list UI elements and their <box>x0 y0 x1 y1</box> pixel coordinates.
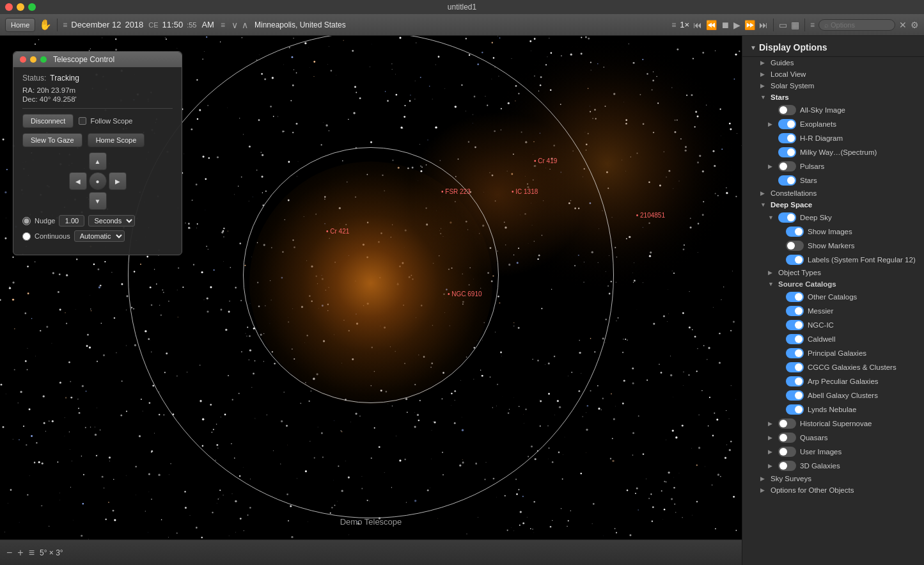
dir-up-button[interactable]: ▲ <box>89 152 107 170</box>
menu2-icon[interactable]: ≡ <box>671 20 676 29</box>
toggle-arp-peculiar[interactable]: Arp Peculiar Galaxies <box>742 374 924 388</box>
options-icon[interactable]: ⚙ <box>911 20 919 30</box>
layers-icon[interactable]: ≡ <box>29 547 35 559</box>
slew-to-gaze-button[interactable]: Slew To Gaze <box>22 133 82 147</box>
home-button[interactable]: Home <box>5 18 35 32</box>
lynds-toggle[interactable] <box>786 404 804 415</box>
prev-icon[interactable]: ⏪ <box>706 20 717 30</box>
close-search-icon[interactable]: ✕ <box>899 20 907 30</box>
toggle-historical-supernovae[interactable]: ▶ Historical Supernovae <box>742 417 924 431</box>
expand-const-icon: ▶ <box>760 190 767 196</box>
hist-supernovae-toggle[interactable] <box>778 418 796 429</box>
layout2-icon[interactable]: ▦ <box>791 20 799 30</box>
toggle-messier[interactable]: Messier <box>742 304 924 318</box>
sidebar-item-guides[interactable]: ▶ Guides <box>742 57 924 68</box>
toggle-all-sky-image[interactable]: All-Sky Image <box>742 103 924 117</box>
toggle-3d-galaxies[interactable]: ▶ 3D Galaxies <box>742 459 924 473</box>
sidebar-item-local-view[interactable]: ▶ Local View <box>742 68 924 80</box>
messier-toggle[interactable] <box>786 306 804 316</box>
all-sky-toggle[interactable] <box>778 105 796 115</box>
cgcg-toggle[interactable] <box>786 362 804 372</box>
panel-maximize[interactable] <box>40 56 47 63</box>
toggle-abell[interactable]: Abell Galaxy Clusters <box>742 388 924 402</box>
collapse-icon[interactable]: ▼ <box>750 44 756 51</box>
nudge-radio[interactable] <box>22 217 31 225</box>
hand-tool-icon[interactable]: ✋ <box>39 19 52 31</box>
sidebar-section-deep-space[interactable]: ▼ Deep Space <box>742 199 924 211</box>
user-images-toggle[interactable] <box>778 447 796 457</box>
3d-galaxies-toggle[interactable] <box>778 461 796 471</box>
other-catalogs-toggle[interactable] <box>786 292 804 302</box>
hr-diagram-toggle[interactable] <box>778 133 796 143</box>
layout1-icon[interactable]: ▭ <box>779 20 787 30</box>
sidebar-item-solar-system[interactable]: ▶ Solar System <box>742 80 924 92</box>
nudge-value-input[interactable] <box>59 215 84 227</box>
quasars-toggle[interactable] <box>778 433 796 443</box>
zoom-out-icon[interactable]: − <box>6 547 12 559</box>
toggle-pulsars[interactable]: ▶ Pulsars <box>742 159 924 173</box>
stars-toggle[interactable] <box>778 175 796 186</box>
toggle-principal-galaxies[interactable]: Principal Galaxies <box>742 346 924 360</box>
dir-center-button[interactable]: ● <box>89 172 107 190</box>
toggle-other-catalogs[interactable]: Other Catalogs <box>742 290 924 304</box>
play-icon[interactable]: ▶ <box>733 20 740 30</box>
time-icon[interactable]: ≡ <box>221 20 225 29</box>
dir-right-button[interactable]: ▶ <box>109 172 127 190</box>
menu-icon[interactable]: ≡ <box>63 20 67 29</box>
continuous-mode-select[interactable]: Automatic <box>74 230 125 242</box>
toggle-ngc-ic[interactable]: NGC-IC <box>742 318 924 332</box>
toggle-deep-sky[interactable]: ▼ Deep Sky <box>742 211 924 225</box>
sidebar-item-constellations[interactable]: ▶ Constellations <box>742 187 924 199</box>
home-scope-button[interactable]: Home Scope <box>88 133 145 147</box>
dir-left-button[interactable]: ◀ <box>69 172 87 190</box>
toggle-lynds[interactable]: Lynds Nebulae <box>742 402 924 417</box>
continuous-radio[interactable] <box>22 232 31 241</box>
zoom-in-icon[interactable]: + <box>17 547 23 559</box>
caldwell-toggle[interactable] <box>786 334 804 344</box>
panel-close[interactable] <box>20 56 26 63</box>
close-button[interactable] <box>5 3 13 11</box>
disconnect-button[interactable]: Disconnect <box>22 114 74 128</box>
exoplanets-toggle[interactable] <box>778 119 796 129</box>
toggle-milky-way[interactable]: Milky Way…(Spectrum) <box>742 145 924 159</box>
sidebar-item-object-types[interactable]: ▶ Object Types <box>742 267 924 278</box>
skip-back-icon[interactable]: ⏮ <box>693 20 702 30</box>
menu3-icon[interactable]: ≡ <box>810 20 815 29</box>
follow-checkbox[interactable] <box>79 117 86 125</box>
toggle-quasars[interactable]: ▶ Quasars <box>742 431 924 445</box>
show-markers-toggle[interactable] <box>786 241 804 251</box>
minimize-button[interactable] <box>17 3 24 11</box>
toggle-hr-diagram[interactable]: H-R Diagram <box>742 131 924 145</box>
toggle-labels[interactable]: Labels (System Font Regular 12) <box>742 253 924 267</box>
abell-toggle[interactable] <box>786 390 804 401</box>
toggle-cgcg[interactable]: CGCG Galaxies & Clusters <box>742 360 924 374</box>
sidebar-item-options-other[interactable]: ▶ Options for Other Objects <box>742 484 924 496</box>
panel-minimize[interactable] <box>30 56 36 63</box>
toggle-user-images[interactable]: ▶ User Images <box>742 445 924 459</box>
sidebar-section-stars[interactable]: ▼ Stars <box>742 92 924 103</box>
deep-sky-toggle[interactable] <box>778 212 796 223</box>
labels-toggle[interactable] <box>786 255 804 265</box>
search-input[interactable] <box>818 19 895 31</box>
chevron-up-icon[interactable]: ∧ <box>242 20 248 30</box>
principal-galaxies-toggle[interactable] <box>786 348 804 358</box>
toggle-show-markers[interactable]: Show Markers <box>742 239 924 253</box>
ngc-ic-toggle[interactable] <box>786 320 804 330</box>
toggle-stars[interactable]: Stars <box>742 173 924 187</box>
arp-peculiar-toggle[interactable] <box>786 376 804 386</box>
nudge-unit-select[interactable]: Seconds <box>88 215 135 227</box>
show-images-toggle[interactable] <box>786 227 804 237</box>
sidebar-item-sky-surveys[interactable]: ▶ Sky Surveys <box>742 473 924 484</box>
maximize-button[interactable] <box>28 3 36 11</box>
next-icon[interactable]: ⏩ <box>744 20 755 30</box>
sidebar-section-source-catalogs[interactable]: ▼ Source Catalogs <box>742 278 924 290</box>
toggle-show-images[interactable]: Show Images <box>742 225 924 239</box>
toggle-exoplanets[interactable]: ▶ Exoplanets <box>742 117 924 131</box>
stop-icon[interactable]: ⏹ <box>721 20 730 30</box>
pulsars-toggle[interactable] <box>778 161 796 171</box>
chevron-down-icon[interactable]: ∨ <box>231 20 238 30</box>
dir-down-button[interactable]: ▼ <box>89 192 107 210</box>
skip-fwd-icon[interactable]: ⏭ <box>759 20 768 30</box>
milky-way-toggle[interactable] <box>778 147 796 157</box>
toggle-caldwell[interactable]: Caldwell <box>742 332 924 346</box>
